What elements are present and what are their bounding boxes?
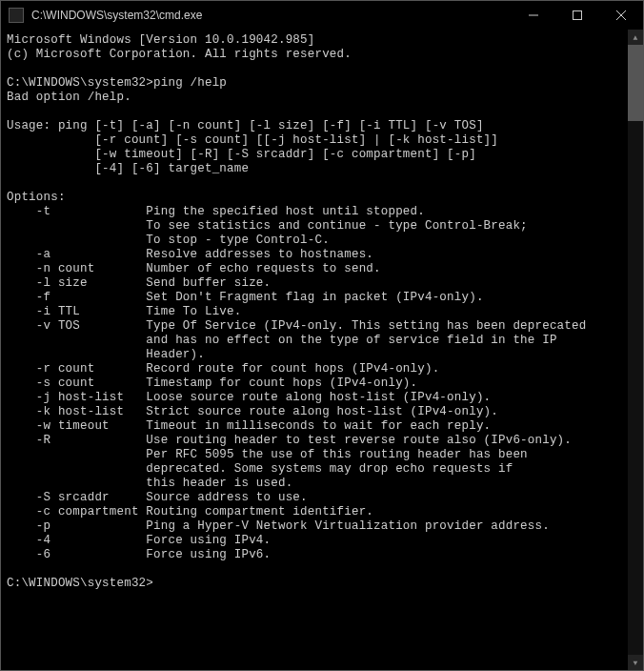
titlebar[interactable]: C:\WINDOWS\system32\cmd.exe [1,1,643,30]
scroll-down-button[interactable]: ▼ [628,655,643,670]
scroll-up-button[interactable]: ▲ [628,30,643,45]
minimize-button[interactable] [512,1,555,30]
options-text: -t Ping the specified host until stopped… [7,205,586,561]
minimize-icon [529,10,538,20]
command-text: ping /help [153,76,227,90]
console-area: Microsoft Windows [Version 10.0.19042.98… [1,30,643,670]
maximize-button[interactable] [555,1,599,30]
window-title: C:\WINDOWS\system32\cmd.exe [31,9,512,22]
window-controls [512,1,643,30]
close-button[interactable] [599,1,643,30]
usage-text: Usage: ping [-t] [-a] [-n count] [-l siz… [7,119,498,175]
console-output[interactable]: Microsoft Windows [Version 10.0.19042.98… [1,30,628,670]
error-text: Bad option /help. [7,91,131,104]
prompt: C:\WINDOWS\system32> [7,577,153,590]
cmd-icon [9,8,24,23]
svg-rect-1 [574,11,582,20]
scrollbar[interactable]: ▲ ▼ [628,30,643,670]
maximize-icon [573,10,582,20]
scroll-thumb[interactable] [628,45,643,121]
options-header: Options: [7,191,66,204]
close-icon [616,10,626,20]
banner-text: Microsoft Windows [Version 10.0.19042.98… [7,33,352,61]
cmd-window: C:\WINDOWS\system32\cmd.exe Microsoft Wi… [0,0,644,671]
prompt: C:\WINDOWS\system32> [7,76,153,90]
